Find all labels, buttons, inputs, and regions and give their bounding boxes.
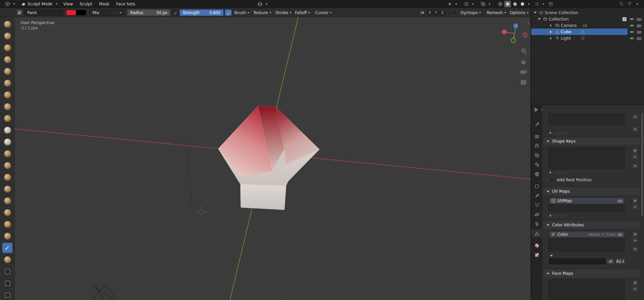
shape-keys-panel-header[interactable]: Shape Keys: [543, 138, 640, 145]
falloff-popover[interactable]: Falloff: [295, 9, 310, 16]
exclude-checkbox[interactable]: ✓: [621, 16, 628, 22]
uv-maps-panel-header[interactable]: UV Maps: [543, 188, 640, 195]
tool-pose-button[interactable]: [2, 231, 12, 241]
color-attributes-panel-header[interactable]: Color Attributes: [543, 221, 640, 229]
properties-tab-material[interactable]: [531, 241, 542, 250]
strength-slider[interactable]: Strength0.600: [180, 9, 224, 16]
shape-key-specials-dropdown[interactable]: [632, 163, 638, 169]
primary-color-swatch[interactable]: [66, 10, 76, 15]
disclosure-closed-icon[interactable]: [550, 24, 552, 27]
sort-attributes-button[interactable]: Az↓: [615, 258, 625, 264]
properties-tab-constraints[interactable]: [531, 220, 542, 228]
navigation-gizmo[interactable]: [502, 24, 528, 43]
remove-uv-map-button[interactable]: −: [632, 204, 638, 210]
grip-handle-icon[interactable]: [554, 132, 566, 134]
tool-smear-button[interactable]: [2, 255, 12, 265]
tool-smooth-button[interactable]: [2, 125, 12, 135]
gizmo-z-axis[interactable]: [513, 24, 518, 28]
color-attribute-item[interactable]: Color Vertex Color: [549, 231, 624, 237]
shading-material-button[interactable]: [512, 1, 518, 7]
tool-inflate-button[interactable]: [2, 90, 12, 100]
render-camera-icon[interactable]: [618, 199, 622, 202]
shape-keys-list[interactable]: [548, 147, 625, 169]
outliner-row-collection[interactable]: Collection ✓: [531, 16, 644, 22]
outliner-row-light[interactable]: Light: [531, 35, 644, 41]
tool-flatten-button[interactable]: [2, 137, 12, 147]
menu-sculpt[interactable]: Sculpt: [76, 0, 95, 8]
brush-popover[interactable]: Brush: [234, 9, 249, 16]
properties-tab-particles[interactable]: [531, 201, 542, 210]
mode-dropdown[interactable]: Sculpt Mode: [19, 1, 60, 7]
menu-face-sets[interactable]: Face Sets: [113, 0, 139, 8]
camera-view-icon[interactable]: [521, 71, 526, 74]
shading-rendered-button[interactable]: [519, 1, 526, 7]
add-uv-map-button[interactable]: +: [632, 198, 638, 203]
tool-box-hide-button[interactable]: [2, 278, 12, 288]
show-overlays-dropdown[interactable]: [462, 1, 476, 7]
hide-eye-icon[interactable]: [629, 22, 635, 29]
tool-scrape-button[interactable]: [2, 160, 12, 171]
display-mode-dropdown[interactable]: [548, 2, 553, 6]
outliner-row-cube[interactable]: Cube: [531, 29, 644, 35]
radius-slider[interactable]: Radius50 px: [127, 9, 170, 16]
3d-viewport[interactable]: User Perspective (1) Cube ‹: [15, 17, 531, 300]
disclosure-open-icon[interactable]: [538, 18, 541, 20]
tool-annotate-button[interactable]: [2, 290, 12, 300]
symmetry-x-toggle[interactable]: X: [427, 10, 433, 15]
options-popover[interactable]: Options: [510, 9, 529, 16]
tool-draw-sharp-button[interactable]: [2, 31, 12, 41]
tool-clay-button[interactable]: [2, 43, 12, 53]
tool-fill-button[interactable]: [2, 149, 12, 159]
tool-draw-button[interactable]: [2, 19, 12, 29]
properties-tab-modifiers[interactable]: [531, 191, 542, 200]
add-color-attribute-button[interactable]: +: [632, 231, 638, 237]
remesh-popover[interactable]: Remesh: [487, 9, 506, 16]
remove-shape-key-button[interactable]: −: [632, 154, 638, 159]
symmetry-z-toggle[interactable]: Z: [440, 10, 445, 15]
face-maps-panel-header[interactable]: Face Maps: [543, 270, 640, 277]
shading-dropdown[interactable]: [528, 3, 530, 5]
dyntopo-checkbox[interactable]: [452, 10, 457, 15]
hide-eye-icon[interactable]: [629, 16, 635, 22]
vertex-group-list[interactable]: [548, 113, 625, 125]
shading-wireframe-button[interactable]: [497, 1, 504, 7]
grip-handle-icon[interactable]: [554, 172, 566, 174]
tool-paint-button[interactable]: [2, 243, 12, 253]
brush-preview-icon[interactable]: [17, 10, 22, 15]
dyntopo-popover[interactable]: Dyntopo: [461, 9, 481, 16]
properties-tab-tool[interactable]: [531, 120, 542, 129]
gizmo-x-axis[interactable]: [502, 30, 507, 34]
add-rest-position-checkbox[interactable]: [550, 178, 554, 182]
properties-tab-physics[interactable]: [531, 210, 542, 219]
render-camera-icon[interactable]: [636, 29, 642, 35]
menu-view[interactable]: View: [60, 0, 76, 8]
pan-hand-icon[interactable]: [522, 60, 525, 64]
properties-tab-scene[interactable]: [531, 160, 542, 169]
properties-tab-texture[interactable]: [531, 251, 542, 259]
uv-maps-expand-row[interactable]: [550, 214, 566, 217]
remove-color-attribute-button[interactable]: −: [632, 237, 638, 243]
secondary-color-swatch[interactable]: [76, 10, 86, 15]
properties-tab-output[interactable]: [531, 142, 542, 150]
show-gizmo-dropdown[interactable]: [445, 1, 460, 7]
tool-grab-button[interactable]: [2, 184, 12, 194]
perspective-ortho-icon[interactable]: [521, 81, 526, 84]
properties-tab-view-layer[interactable]: [531, 151, 542, 160]
properties-tab-world[interactable]: [531, 170, 542, 179]
render-camera-icon[interactable]: [636, 16, 642, 22]
sculpted-cube-object[interactable]: [218, 106, 319, 210]
properties-tab-object-data[interactable]: [531, 229, 542, 238]
filter-icon[interactable]: [628, 2, 632, 6]
tool-snake-hook-button[interactable]: [2, 208, 12, 218]
cursor-popover[interactable]: Cursor: [315, 9, 332, 16]
color-attribute-specials-dropdown[interactable]: [632, 246, 638, 252]
tool-clay-strips-button[interactable]: [2, 54, 12, 65]
texture-popover[interactable]: Texture: [253, 9, 271, 16]
strength-pressure-toggle[interactable]: [225, 9, 232, 16]
shape-keys-expand-row[interactable]: [550, 171, 566, 174]
disclosure-closed-icon[interactable]: [550, 37, 552, 40]
camera-wireframe[interactable]: [93, 284, 116, 300]
list-specials-dropdown[interactable]: [632, 126, 638, 132]
add-shape-key-button[interactable]: +: [632, 148, 638, 153]
disclosure-closed-icon[interactable]: [550, 31, 552, 33]
